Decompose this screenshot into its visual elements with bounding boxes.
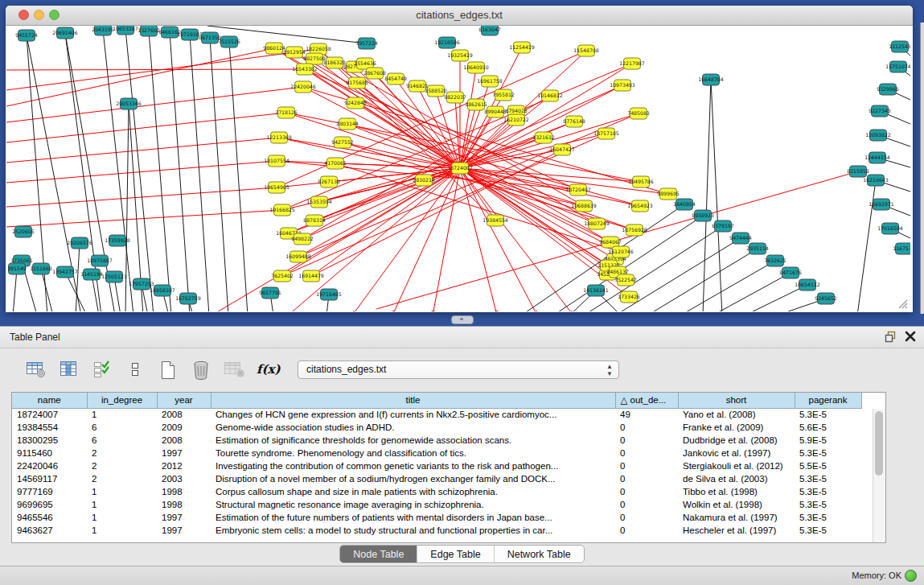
svg-text:22420046: 22420046 <box>290 84 316 89</box>
tab-edge-table[interactable]: Edge Table <box>417 546 494 562</box>
network-window-titlebar[interactable]: citations_edges.txt <box>6 6 913 26</box>
svg-text:9227343: 9227343 <box>869 108 891 113</box>
row-height-icon[interactable] <box>123 358 147 381</box>
scrollbar-thumb[interactable] <box>875 411 883 476</box>
table-settings-icon[interactable] <box>24 358 48 381</box>
table-row[interactable]: 1456911722003Disruption of a novel membe… <box>12 472 861 485</box>
svg-text:391549: 391549 <box>7 266 27 271</box>
svg-text:7522547: 7522547 <box>614 277 637 282</box>
svg-text:1112543: 1112543 <box>889 43 910 49</box>
svg-text:20206576: 20206576 <box>67 240 92 245</box>
svg-text:7955812: 7955812 <box>492 92 515 97</box>
resize-grip-icon[interactable] <box>896 297 909 310</box>
svg-text:13942757: 13942757 <box>52 269 78 274</box>
svg-text:17016504: 17016504 <box>877 225 903 231</box>
split-pane-handle[interactable] <box>451 315 474 324</box>
svg-text:10688639: 10688639 <box>571 203 597 208</box>
table-body: 1872400712008Changes of HCN gene express… <box>12 408 861 537</box>
close-panel-icon[interactable] <box>905 331 916 342</box>
svg-text:1588520: 1588520 <box>425 88 447 93</box>
float-panel-icon[interactable] <box>884 330 897 343</box>
svg-text:10653287: 10653287 <box>113 26 138 31</box>
column-chooser-icon[interactable] <box>57 358 81 381</box>
table-row[interactable]: 2242004622012Investigating the contribut… <box>12 459 861 472</box>
svg-text:12505123: 12505123 <box>101 274 127 279</box>
svg-text:16047427: 16047427 <box>549 146 575 152</box>
svg-text:19166825: 19166825 <box>269 207 295 212</box>
svg-text:8186328: 8186328 <box>323 60 346 65</box>
svg-text:7485083: 7485083 <box>627 110 650 116</box>
dropdown-arrows-icon: ▲▼ <box>606 363 613 377</box>
svg-text:2043195: 2043195 <box>92 27 114 32</box>
svg-text:7957224: 7957224 <box>355 40 378 46</box>
table-row[interactable]: 1872400712008Changes of HCN gene express… <box>12 408 861 421</box>
svg-text:2486137: 2486137 <box>606 269 629 274</box>
svg-text:1151668: 1151668 <box>30 266 52 271</box>
table-toolbar: f(x) citations_edges.txt ▲▼ <box>24 356 619 383</box>
table-row[interactable]: 969969511998Structural magnetic resonanc… <box>12 498 861 511</box>
svg-text:18226058: 18226058 <box>306 46 331 51</box>
network-canvas[interactable]: 9455724206914062043195106532871327602646… <box>6 26 910 311</box>
tab-network-table[interactable]: Network Table <box>495 546 584 562</box>
svg-text:10146812: 10146812 <box>537 93 563 98</box>
table-header-row: namein_degreeyeartitle△ out_de...shortpa… <box>12 393 861 408</box>
table-panel-header: Table Panel <box>0 327 924 348</box>
table-row[interactable]: 1830029562008Estimation of significance … <box>12 434 861 447</box>
column-header-outde[interactable]: △ out_de... <box>615 393 678 408</box>
column-header-indegree[interactable]: in_degree <box>87 393 157 408</box>
memory-ok-icon <box>905 570 917 582</box>
svg-text:19654985: 19654985 <box>264 184 290 190</box>
new-table-icon[interactable] <box>156 358 180 381</box>
svg-text:8878314: 8878314 <box>303 217 326 223</box>
column-header-pagerank[interactable]: pagerank <box>795 393 861 408</box>
svg-text:9657791: 9657791 <box>259 290 281 295</box>
function-builder-icon[interactable]: f(x) <box>255 358 279 381</box>
network-view[interactable]: 9455724206914062043195106532871327602646… <box>6 26 910 311</box>
delete-rows-icon[interactable] <box>189 358 213 381</box>
column-header-short[interactable]: short <box>678 393 795 408</box>
svg-text:19654923: 19654923 <box>627 203 653 208</box>
svg-text:18757105: 18757105 <box>593 130 619 136</box>
column-header-title[interactable]: title <box>211 393 615 408</box>
svg-text:1735061: 1735061 <box>10 257 33 263</box>
svg-text:9827509: 9827509 <box>303 56 326 61</box>
svg-text:1327602: 1327602 <box>138 27 160 33</box>
svg-text:1167534: 1167534 <box>893 245 910 251</box>
svg-text:18107554: 18107554 <box>264 158 290 163</box>
tab-node-table[interactable]: Node Table <box>340 546 417 562</box>
svg-text:8938923: 8938923 <box>692 212 714 218</box>
table-row[interactable]: 946362711997Embryonic stem cells: a mode… <box>12 524 861 537</box>
svg-text:9245652: 9245652 <box>815 295 837 301</box>
svg-text:15353594: 15353594 <box>306 199 332 204</box>
delete-table-icon[interactable] <box>222 358 246 381</box>
table-row[interactable]: 946554611997Estimation of the future num… <box>12 511 861 524</box>
table-selector-value: citations_edges.txt <box>306 364 386 375</box>
column-header-name[interactable]: name <box>12 393 87 408</box>
svg-text:2520605: 2520605 <box>12 229 35 234</box>
table-row[interactable]: 977716911998Corpus callosum shape and si… <box>12 485 861 498</box>
table-row[interactable]: 911546021997Tourette syndrome. Phenomeno… <box>12 447 861 459</box>
table-vertical-scrollbar[interactable] <box>873 409 885 542</box>
table-selector-dropdown[interactable]: citations_edges.txt ▲▼ <box>298 360 619 379</box>
svg-text:1862615: 1862615 <box>465 101 487 107</box>
network-window: citations_edges.txt 94557242069140620431… <box>6 6 913 312</box>
collapsed-panel-strip <box>920 23 924 314</box>
svg-text:1145194: 1145194 <box>80 271 103 277</box>
svg-text:16120746: 16120746 <box>608 249 634 254</box>
table-panel: Table Panel <box>0 326 924 585</box>
svg-text:12217987: 12217987 <box>619 60 645 66</box>
svg-text:9498222: 9498222 <box>291 236 314 241</box>
svg-text:9822037: 9822037 <box>444 94 466 100</box>
svg-text:8267130: 8267130 <box>318 179 340 184</box>
svg-text:2803144: 2803144 <box>336 121 359 126</box>
column-header-year[interactable]: year <box>157 393 211 408</box>
svg-text:8776148: 8776148 <box>563 118 585 124</box>
svg-text:8912954: 8912954 <box>283 49 306 55</box>
svg-text:15751074: 15751074 <box>885 64 910 69</box>
select-all-icon[interactable] <box>90 358 114 381</box>
svg-text:9242848: 9242848 <box>344 100 367 105</box>
table-row[interactable]: 1938455462009Genome-wide association stu… <box>12 421 861 434</box>
svg-text:16958107: 16958107 <box>150 287 175 293</box>
svg-text:18724007: 18724007 <box>447 165 473 171</box>
svg-text:12444154: 12444154 <box>864 154 890 160</box>
